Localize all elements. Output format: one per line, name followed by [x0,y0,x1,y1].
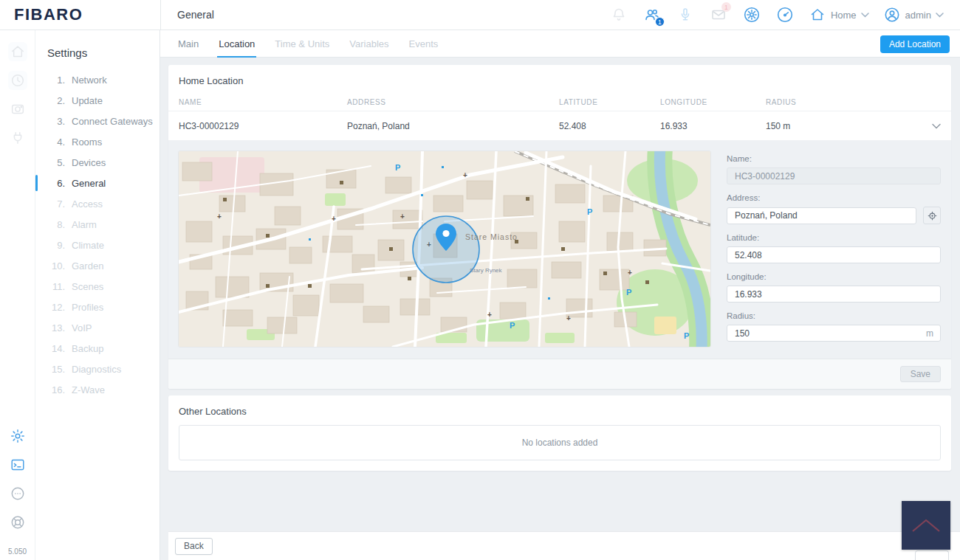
location-detail-panel: ++++ ++++ P P P P P [168,140,951,359]
sidebar-item-general[interactable]: 6.General [35,173,160,193]
row-longitude: 16.933 [660,121,766,131]
svg-text:+: + [400,212,405,221]
sidebar-item-scenes[interactable]: 11.Scenes [35,276,160,297]
svg-text:+: + [332,215,336,223]
sidebar-item-diagnostics[interactable]: 15.Diagnostics [35,359,160,379]
map-parking-icon: P [510,321,515,330]
address-field[interactable] [727,207,916,224]
radius-field[interactable] [727,325,941,342]
gear-rail-icon[interactable] [8,426,27,446]
support-lifebuoy-rail-icon[interactable] [8,513,27,532]
camera-rail-icon[interactable] [8,100,27,119]
save-button[interactable]: Save [900,366,941,382]
sidebar-item-access[interactable]: 7.Access [35,193,160,214]
tab-events[interactable]: Events [409,30,439,58]
sidebar-item-profiles[interactable]: 12.Profiles [35,297,160,317]
svg-text:+: + [463,171,467,179]
mail-badge: 1 [721,2,731,12]
other-locations-title: Other Locations [179,395,941,424]
sidebar-item-connect-gateways[interactable]: 3.Connect Gateways [35,111,160,131]
tab-location[interactable]: Location [219,30,255,58]
users-icon[interactable]: 1 [642,5,662,24]
gauge-icon[interactable] [775,5,795,24]
home-icon [809,6,826,24]
home-selector-label: Home [831,10,857,21]
sidebar-item-backup[interactable]: 14.Backup [35,338,160,359]
sidebar-item-zwave[interactable]: 16.Z-Wave [35,379,160,400]
tab-time-units[interactable]: Time & Units [275,30,329,58]
settings-menu: Settings 1.Network 2.Update 3.Connect Ga… [35,30,160,560]
table-header: NAME ADDRESS LATITUDE LONGITUDE RADIUS [168,93,951,111]
sidebar-item-climate[interactable]: 9.Climate [35,235,160,255]
terminal-rail-icon[interactable] [8,455,27,474]
map-parking-icon: P [395,163,400,172]
page-title: General [177,9,214,21]
main-content: Main Location Time & Units Variables Eve… [160,30,960,560]
alarm-bell-icon[interactable] [609,5,628,24]
user-menu[interactable]: admin [883,6,944,24]
sidebar-item-alarm[interactable]: 8.Alarm [35,214,160,235]
crosshair-icon [927,210,938,221]
no-locations-message: No locations added [179,425,941,460]
chevron-up-icon [910,517,942,533]
longitude-label: Longitude: [727,272,941,281]
latitude-field[interactable] [727,246,941,263]
row-name: HC3-00002129 [179,121,347,131]
svg-text:+: + [217,212,222,221]
radius-label: Radius: [727,311,941,320]
hidden-next-button[interactable] [915,550,949,560]
back-button[interactable]: Back [175,538,213,555]
left-column: 5.050 Settings 1.Network 2.Update 3.Conn… [0,30,160,560]
header-icon-bar: 1 1 [609,5,960,24]
home-location-card: Home Location NAME ADDRESS LATITUDE LONG… [168,65,951,389]
clock-rail-icon[interactable] [8,71,27,90]
scroll-area: Home Location NAME ADDRESS LATITUDE LONG… [160,58,960,471]
latitude-label: Latitude: [727,233,941,242]
scroll-to-top-button[interactable] [902,501,950,550]
icon-rail: 5.050 [0,30,35,560]
home-rail-icon[interactable] [8,42,27,61]
name-field[interactable] [727,167,941,184]
tab-main[interactable]: Main [178,30,199,58]
svg-text:+: + [628,269,632,277]
settings-heading: Settings [35,38,160,69]
home-selector[interactable]: Home [809,6,869,24]
tab-variables[interactable]: Variables [349,30,388,58]
sidebar-item-voip[interactable]: 13.VoIP [35,317,160,338]
other-locations-card: Other Locations No locations added [168,395,951,471]
location-form: Name: Address: Latitude: Longitude: [727,151,941,347]
plug-rail-icon[interactable] [8,128,27,148]
map-canvas[interactable]: ++++ ++++ P P P P P [179,151,710,347]
row-radius: 150 m [766,121,919,131]
svg-text:+: + [487,311,492,319]
sidebar-item-devices[interactable]: 5.Devices [35,152,160,173]
row-expand-chevron-icon[interactable] [932,123,941,129]
map-parking-icon: P [626,288,631,297]
microphone-icon[interactable] [676,5,695,24]
bottom-bar: Back [168,531,960,560]
chat-rail-icon[interactable] [8,484,27,503]
longitude-field[interactable] [727,286,941,303]
map-parking-icon: P [587,207,592,216]
sidebar-item-rooms[interactable]: 4.Rooms [35,131,160,152]
sidebar-item-network[interactable]: 1.Network [35,69,160,90]
save-strip: Save [168,359,951,389]
map-parking-icon: P [684,331,689,340]
table-row[interactable]: HC3-00002129 Poznań, Poland 52.408 16.93… [168,111,951,140]
settings-icon[interactable] [742,5,761,24]
avatar-icon [883,6,901,24]
svg-text:+: + [566,314,571,322]
chevron-down-icon [861,13,869,18]
locate-button[interactable] [923,207,941,224]
top-header: FIBARO General 1 [0,0,960,30]
chevron-down-icon [936,13,944,18]
sidebar-item-garden[interactable]: 10.Garden [35,255,160,276]
mail-icon[interactable]: 1 [709,5,728,24]
fibaro-logo: FIBARO [0,5,160,24]
map-district-label: Stare Miasto [465,232,518,241]
add-location-button[interactable]: Add Location [880,35,950,53]
sidebar-item-update[interactable]: 2.Update [35,90,160,111]
home-location-title: Home Location [168,65,951,93]
version-label: 5.050 [8,547,27,556]
row-address: Poznań, Poland [347,121,559,131]
